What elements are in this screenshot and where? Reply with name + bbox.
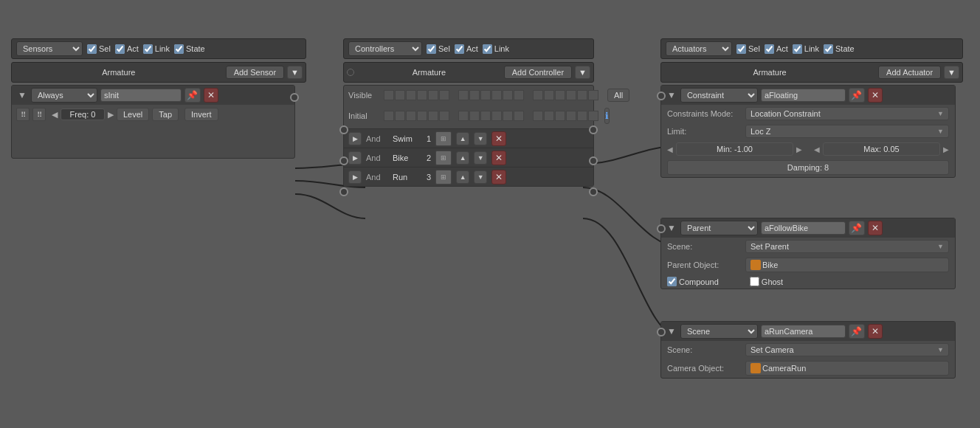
controllers-sel-check[interactable]: Sel	[427, 44, 450, 54]
act3-scene-value[interactable]: Set Camera ▼	[745, 343, 949, 356]
ctrl-swim-close[interactable]: ✕	[491, 131, 506, 146]
actuators-state-check[interactable]: State	[824, 44, 855, 54]
act1-min-arrow-left[interactable]: ◀	[667, 145, 673, 153]
act2-collapse[interactable]: ▼	[666, 223, 677, 233]
ctrl-swim-grid[interactable]: ⊞	[435, 131, 452, 146]
controllers-link-check[interactable]: Link	[483, 44, 509, 54]
act3-type-select[interactable]: Scene	[680, 324, 758, 339]
vis-cell-5[interactable]	[428, 90, 438, 100]
sensors-link-check[interactable]: Link	[143, 44, 170, 54]
init-cell-4[interactable]	[417, 111, 427, 121]
init-cell-15[interactable]	[555, 111, 565, 121]
act3-collapse[interactable]: ▼	[666, 326, 677, 336]
act2-conn-left[interactable]	[657, 224, 666, 233]
sensor1-dots2-icon[interactable]: ⠿	[32, 108, 46, 121]
ctrl-bike-conn-right[interactable]	[589, 156, 598, 165]
vis-cell-2[interactable]	[395, 90, 405, 100]
actuators-act-check[interactable]: Act	[765, 44, 788, 54]
init-cell-2[interactable]	[395, 111, 405, 121]
act1-max-value[interactable]: Max: 0.05	[823, 142, 940, 156]
act1-type-select[interactable]: Constraint	[680, 88, 758, 103]
sensor1-name-input[interactable]	[100, 89, 182, 102]
act1-min-value[interactable]: Min: -1.00	[676, 142, 793, 156]
controllers-act-check[interactable]: Act	[455, 44, 478, 54]
ctrl-run-down[interactable]: ▼	[474, 170, 487, 184]
sensor1-pin-icon[interactable]: 📌	[184, 88, 201, 103]
sensor1-conn-right[interactable]	[290, 93, 299, 102]
actuators-link-check[interactable]: Link	[793, 44, 819, 54]
act1-conn-left[interactable]	[657, 92, 666, 100]
act2-pin-icon[interactable]: 📌	[849, 221, 865, 235]
ctrl-run-conn-right[interactable]	[589, 187, 598, 196]
ctrl-bike-down[interactable]: ▼	[474, 151, 487, 165]
vis-cell-10[interactable]	[491, 90, 502, 100]
vis-cell-6[interactable]	[439, 90, 449, 100]
act2-close-button[interactable]: ✕	[868, 221, 883, 235]
act3-name-input[interactable]	[761, 325, 846, 338]
all-button[interactable]: All	[607, 89, 629, 102]
vis-cell-14[interactable]	[544, 90, 554, 100]
act2-scene-value[interactable]: Set Parent ▼	[745, 240, 949, 253]
ctrl-run-up[interactable]: ▲	[456, 170, 469, 184]
ctrl-swim-up[interactable]: ▲	[456, 132, 469, 145]
init-cell-5[interactable]	[428, 111, 438, 121]
ctrl-run-grid[interactable]: ⊞	[435, 170, 452, 184]
ctrl-run-close[interactable]: ✕	[491, 170, 506, 184]
sensors-act-check[interactable]: Act	[115, 44, 139, 54]
sensors-add-arrow[interactable]: ▼	[287, 66, 303, 79]
controllers-type-select[interactable]: Controllers	[348, 41, 422, 56]
vis-cell-13[interactable]	[533, 90, 543, 100]
init-cell-11[interactable]	[503, 111, 513, 121]
ctrl-active-dot[interactable]	[347, 69, 354, 76]
ctrl-swim-conn-left[interactable]	[339, 125, 348, 134]
add-controller-button[interactable]: Add Controller	[504, 66, 572, 79]
init-cell-6[interactable]	[439, 111, 449, 121]
add-actuator-button[interactable]: Add Actuator	[878, 66, 941, 79]
sensor1-tap-button[interactable]: Tap	[152, 108, 179, 121]
init-cell-12[interactable]	[514, 111, 524, 121]
act2-parent-obj-value[interactable]: Bike	[745, 258, 949, 272]
vis-cell-17[interactable]	[577, 90, 587, 100]
ctrl-bike-grid[interactable]: ⊞	[435, 151, 452, 165]
act2-name-input[interactable]	[761, 221, 846, 235]
vis-cell-15[interactable]	[555, 90, 565, 100]
init-cell-9[interactable]	[480, 111, 491, 121]
act1-max-arrow-left[interactable]: ◀	[814, 145, 820, 153]
vis-cell-4[interactable]	[417, 90, 427, 100]
ctrl-bike-play[interactable]: ▶	[348, 151, 362, 165]
init-cell-18[interactable]	[588, 111, 598, 121]
vis-cell-1[interactable]	[384, 90, 394, 100]
sensor1-type[interactable]: Always	[31, 88, 97, 103]
add-sensor-button[interactable]: Add Sensor	[226, 66, 284, 79]
act2-ghost-check[interactable]: Ghost	[750, 277, 783, 286]
act2-compound-check[interactable]: Compound	[667, 277, 719, 286]
sensor1-dots-icon[interactable]: ⠿	[16, 108, 30, 121]
vis-cell-16[interactable]	[566, 90, 576, 100]
act1-max-arrow-right[interactable]: ▶	[943, 145, 949, 153]
vis-cell-3[interactable]	[406, 90, 416, 100]
init-cell-7[interactable]	[458, 111, 469, 121]
act1-pin-icon[interactable]: 📌	[849, 88, 865, 103]
vis-cell-12[interactable]	[514, 90, 524, 100]
init-cell-13[interactable]	[533, 111, 543, 121]
act1-close-button[interactable]: ✕	[868, 88, 883, 103]
ctrl-swim-play[interactable]: ▶	[348, 132, 362, 145]
actuators-add-arrow[interactable]: ▼	[944, 66, 959, 79]
vis-cell-7[interactable]	[458, 90, 469, 100]
ctrl-bike-close[interactable]: ✕	[491, 151, 506, 165]
act3-camera-obj-value[interactable]: CameraRun	[745, 361, 949, 376]
act3-conn-left[interactable]	[657, 328, 666, 336]
init-cell-8[interactable]	[469, 111, 480, 121]
act1-name-input[interactable]	[761, 89, 846, 102]
init-cell-10[interactable]	[491, 111, 502, 121]
ctrl-run-conn-left[interactable]	[339, 187, 348, 196]
sensors-type-select[interactable]: Sensors	[16, 41, 83, 56]
sensors-state-check[interactable]: State	[174, 44, 205, 54]
ctrl-run-play[interactable]: ▶	[348, 170, 362, 184]
info-button[interactable]: ℹ	[604, 108, 610, 124]
act2-type-select[interactable]: Parent	[680, 221, 758, 235]
vis-cell-11[interactable]	[503, 90, 513, 100]
ctrl-bike-up[interactable]: ▲	[456, 151, 469, 165]
sensor1-close-button[interactable]: ✕	[204, 88, 218, 103]
actuators-type-select[interactable]: Actuators	[666, 41, 732, 56]
